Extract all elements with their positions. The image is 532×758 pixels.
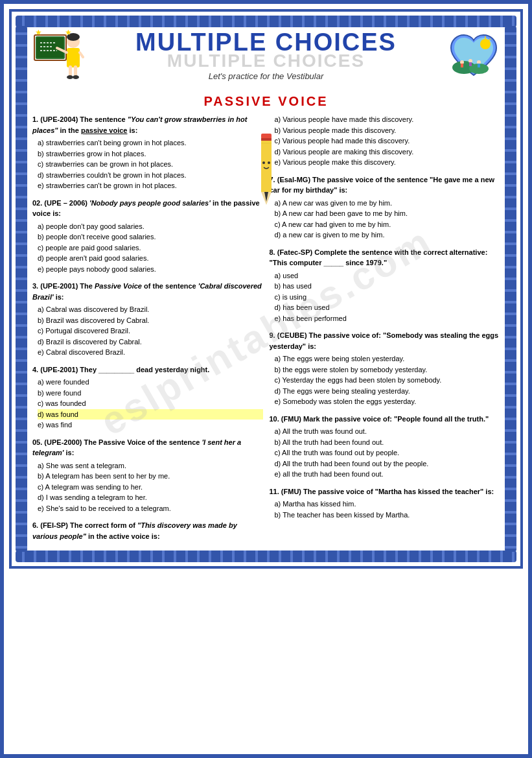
q10-option-b: b) All the truth had been found out. [275,437,500,448]
q3-option-e: e) Cabral discovered Brazil. [38,347,263,358]
q4-option-d: d) was found [38,409,263,420]
q5-options: a) She was sent a telegram. b) A telegra… [38,460,263,514]
q6-option-c: c) Various people had made this discover… [275,136,500,147]
q5-option-e: e) She's said to be received to a telegr… [38,503,263,514]
section-title: PASSIVE VOICE [16,94,516,109]
svg-rect-28 [261,137,272,192]
page-title-shadow: MULTIPLE CHOICEs [84,52,448,70]
q8-options: a) used b) has used c) is using d) has b… [275,270,500,324]
q2-text: 02. (UPE – 2006) 'Nobody pays people goo… [32,198,263,219]
q11-text: 11. (FMU) The passive voice of "Martha h… [270,486,500,497]
q5-option-c: c) A telegram was sending to her. [38,482,263,493]
q10-option-a: a) All the truth was found out. [275,426,500,437]
q2-option-e: e) people pays nobody good salaries. [38,264,263,275]
question-3: 3. (UPE-2001) The Passive Voice of the s… [32,281,263,358]
q3-options: a) Cabral was discovered by Brazil. b) B… [38,304,263,358]
q11-options: a) Martha has kissed him. b) The teacher… [275,499,500,520]
q9-option-e: e) Somebody was stolen the eggs yesterda… [275,396,500,407]
q2-option-b: b) people don't receive good salaries. [38,231,263,243]
q3-text: 3. (UPE-2001) The Passive Voice of the s… [32,281,263,302]
q3-option-d: d) Brazil is discovered by Cabral. [38,337,263,348]
q2-option-d: d) people aren't paid good salaries. [38,253,263,264]
question-8: 8. (Fatec-SP) Complete the sentence with… [270,247,500,324]
q10-options: a) All the truth was found out. b) All t… [275,426,500,480]
q8-text: 8. (Fatec-SP) Complete the sentence with… [270,247,500,268]
svg-rect-8 [67,48,80,67]
svg-rect-1 [37,38,64,58]
q9-option-d: d) The eggs were being stealing yesterda… [275,386,500,397]
q7-option-a: a) A new car was given to me by him. [275,198,500,209]
page-subtitle: Let's practice for the Vestibular [84,71,448,81]
chain-bottom-border [16,551,516,562]
question-4: 4. (UPE-2001) They _________ dead yester… [32,364,263,431]
page: ★ ★ MULTIPLE CHOICES MULTIPLE CHOICEs Le… [0,0,532,758]
q10-text: 10. (FMU) Mark the passive voice of: "Pe… [270,414,500,425]
q9-options: a) The eggs were being stolen yesterday.… [275,353,500,407]
header: ★ ★ MULTIPLE CHOICES MULTIPLE CHOICEs Le… [16,30,516,91]
q8-option-d: d) has been used [275,302,500,313]
outer-border: ★ ★ MULTIPLE CHOICES MULTIPLE CHOICEs Le… [9,9,523,569]
svg-rect-25 [469,62,472,66]
q5-text: 05. (UPE-2000) The Passive Voice of the … [32,437,263,458]
q1-option-a: a) strawberries can't being grown in hot… [38,137,263,148]
q8-option-c: c) is using [275,292,500,303]
q7-option-b: b) A new car had been gave to me by him. [275,208,500,219]
q6-options: a) Various people have made this discove… [275,114,500,168]
q4-options: a) were founded b) were found c) was fou… [38,377,263,431]
svg-rect-29 [261,134,272,139]
q9-option-a: a) The eggs were being stolen yesterday. [275,353,500,364]
question-11: 11. (FMU) The passive voice of "Martha h… [270,486,500,521]
left-column: 1. (UPE-2004) The sentence "You can't gr… [32,114,263,548]
question-2: 02. (UPE – 2006) 'Nobody pays people goo… [32,198,263,275]
chain-top-border [16,16,516,27]
q5-option-a: a) She was sent a telegram. [38,460,263,471]
q9-option-c: c) Yesterday the eggs had been stolen by… [275,375,500,386]
q1-option-b: b) strawberries grow in hot places. [38,148,263,160]
question-10: 10. (FMU) Mark the passive voice of: "Pe… [270,414,500,480]
svg-rect-30 [261,138,272,141]
svg-point-34 [268,161,270,164]
q8-option-e: e) has been performed [275,313,500,324]
q8-option-a: a) used [275,270,500,281]
heart-illustration [448,30,500,82]
q1-option-d: d) strawberries couldn't be grown in hot… [38,170,263,181]
svg-point-12 [73,75,79,79]
q4-option-a: a) were founded [38,377,263,388]
q2-option-c: c) people are paid good salaries. [38,243,263,254]
q10-option-d: d) All the truth had been found out by t… [275,458,500,469]
q7-option-c: c) A new car had given to me by him. [275,219,500,230]
q7-option-d: d) a new car is given to me by him. [275,230,500,241]
question-1: 1. (UPE-2004) The sentence "You can't gr… [32,114,263,191]
question-5: 05. (UPE-2000) The Passive Voice of the … [32,437,263,514]
svg-rect-27 [478,64,480,67]
question-9: 9. (CEUBE) The passive voice of: "Somebo… [270,330,500,407]
q8-option-b: b) has used [275,281,500,292]
q10-option-c: c) All the truth was found out by people… [275,447,500,458]
question-7: 7. (Esal-MG) The passive voice of the se… [270,174,500,241]
q7-options: a) A new car was given to me by him. b) … [275,198,500,241]
content-area: eslprintables.com [16,114,516,548]
q2-options: a) people don't pay good salaries. b) pe… [38,221,263,275]
right-column: a) Various people have made this discove… [270,114,500,548]
svg-line-14 [80,53,83,57]
svg-point-11 [67,75,73,79]
question-6: 6. (FEI-SP) The correct form of "This di… [32,520,263,541]
q5-option-b: b) A telegram has been sent to her by me… [38,471,263,482]
q1-option-e: e) strawberries can't be grown in hot pl… [38,180,263,191]
q3-option-b: b) Brazil was discovered by Cabral. [38,315,263,326]
teacher-illustration: ★ ★ [32,30,84,91]
pencil-decoration [257,134,275,206]
q9-option-b: b) the eggs were stolen by somebody yest… [275,364,500,375]
q4-option-c: c) was founded [38,398,263,409]
header-center: MULTIPLE CHOICES MULTIPLE CHOICEs Let's … [84,30,448,81]
svg-text:★: ★ [65,30,72,37]
q4-text: 4. (UPE-2001) They _________ dead yester… [32,364,263,375]
svg-point-33 [262,161,265,164]
q1-text: 1. (UPE-2004) The sentence "You can't gr… [32,114,263,136]
q6-option-a: a) Various people have made this discove… [275,114,500,125]
q6-option-d: d) Various people are making this discov… [275,147,500,158]
q11-option-b: b) The teacher has been kissed by Martha… [275,510,500,521]
q4-option-b: b) were found [38,388,263,399]
q3-option-a: a) Cabral was discovered by Brazil. [38,304,263,315]
q4-option-e: e) was find [38,420,263,431]
